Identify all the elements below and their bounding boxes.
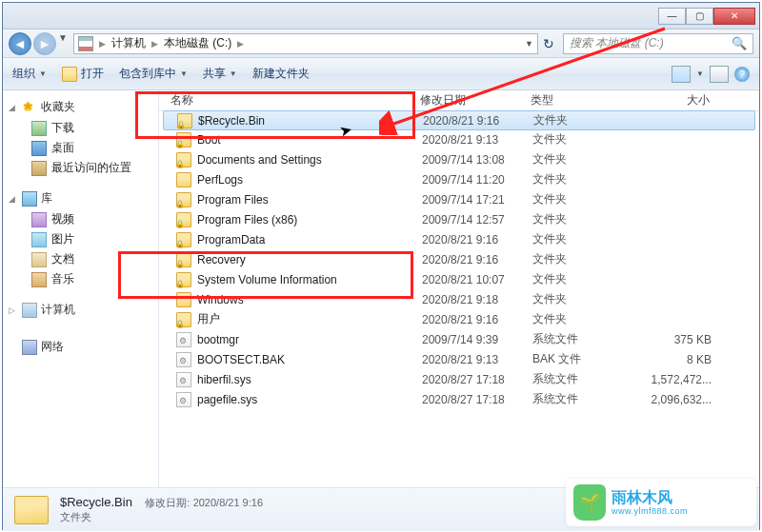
search-placeholder: 搜索 本地磁盘 (C:): [570, 35, 664, 51]
new-folder-button[interactable]: 新建文件夹: [252, 66, 310, 82]
file-name: ProgramData: [197, 233, 265, 246]
file-row[interactable]: ProgramData2020/8/21 9:16文件夹: [159, 229, 759, 249]
col-size[interactable]: 大小: [645, 92, 721, 108]
file-type: 文件夹: [532, 291, 647, 307]
file-list: 名称 修改日期 类型 大小 $Recycle.Bin2020/8/21 9:16…: [159, 90, 759, 487]
minimize-button[interactable]: —: [658, 8, 686, 25]
file-type: 文件夹: [532, 151, 647, 167]
file-type: 文件夹: [532, 211, 647, 227]
file-icon: [176, 392, 191, 407]
tree-computer[interactable]: ▷ 计算机: [5, 299, 156, 321]
file-row[interactable]: $Recycle.Bin2020/8/21 9:16文件夹: [163, 110, 755, 130]
tree-item-documents[interactable]: 文档: [3, 249, 158, 269]
video-icon: [31, 212, 47, 227]
refresh-button[interactable]: ↻: [538, 33, 559, 54]
file-row[interactable]: Recovery2020/8/21 9:16文件夹: [159, 249, 759, 269]
nav-tree: ◢ 收藏夹 下载 桌面 最近访问的位置 ◢ 库 视频 图片 文档 音乐: [3, 90, 159, 487]
file-row[interactable]: BOOTSECT.BAK2020/8/21 9:13BAK 文件8 KB: [159, 349, 759, 369]
file-name: Documents and Settings: [197, 153, 322, 167]
file-type: 文件夹: [532, 171, 647, 187]
col-date[interactable]: 修改日期: [420, 92, 531, 108]
file-row[interactable]: pagefile.sys2020/8/27 17:18系统文件2,096,632…: [159, 389, 759, 409]
search-icon: 🔍: [732, 36, 747, 50]
file-row[interactable]: 用户2020/8/21 9:16文件夹: [159, 309, 759, 329]
watermark: 🌱 雨林木风 www.ylmf888.com: [566, 479, 756, 526]
view-options-button[interactable]: [672, 66, 691, 83]
file-row[interactable]: PerfLogs2009/7/14 11:20文件夹: [159, 169, 759, 189]
open-button[interactable]: 打开: [62, 66, 104, 82]
file-row[interactable]: Windows2020/8/21 9:18文件夹: [159, 289, 759, 309]
file-type: 文件夹: [532, 271, 647, 287]
tree-item-recent[interactable]: 最近访问的位置: [3, 158, 158, 178]
titlebar: — ▢ ✕: [3, 3, 759, 30]
search-input[interactable]: 搜索 本地磁盘 (C:) 🔍: [563, 33, 753, 54]
include-menu[interactable]: 包含到库中 ▼: [119, 66, 188, 82]
collapse-icon: ◢: [9, 194, 18, 204]
history-dropdown[interactable]: ▼: [58, 32, 70, 55]
organize-menu[interactable]: 组织 ▼: [12, 66, 47, 82]
file-date: 2009/7/14 17:21: [422, 193, 532, 207]
file-row[interactable]: Documents and Settings2009/7/14 13:08文件夹: [159, 149, 759, 169]
forward-button[interactable]: ►: [33, 32, 56, 55]
file-date: 2009/7/14 12:57: [422, 213, 532, 227]
help-button[interactable]: ?: [734, 67, 750, 82]
folder-open-icon: [62, 67, 77, 82]
view-dropdown[interactable]: ▼: [696, 69, 704, 78]
back-button[interactable]: ◄: [9, 32, 31, 55]
status-name: $Recycle.Bin: [60, 495, 132, 509]
file-date: 2020/8/27 17:18: [422, 373, 532, 386]
file-date: 2009/7/14 9:39: [422, 333, 532, 346]
breadcrumb-dropdown[interactable]: ▼: [525, 39, 533, 49]
tree-item-pictures[interactable]: 图片: [3, 229, 158, 249]
library-icon: [22, 191, 37, 207]
file-row[interactable]: Boot2020/8/21 9:13文件夹: [159, 129, 759, 149]
file-type: 文件夹: [532, 251, 647, 267]
network-icon: [22, 340, 37, 355]
breadcrumb-item[interactable]: 计算机: [111, 35, 146, 51]
file-row[interactable]: Program Files2009/7/14 17:21文件夹: [159, 189, 759, 209]
folder-icon: [176, 252, 191, 267]
watermark-brand: 雨林木风: [612, 489, 688, 506]
share-menu[interactable]: 共享 ▼: [203, 66, 237, 82]
file-type: 系统文件: [532, 391, 647, 407]
breadcrumb[interactable]: ▶ 计算机 ▶ 本地磁盘 (C:) ▶ ▼: [73, 33, 538, 54]
folder-icon: [177, 113, 192, 128]
document-icon: [31, 252, 47, 267]
file-name: Recovery: [197, 253, 246, 266]
file-row[interactable]: hiberfil.sys2020/8/27 17:18系统文件1,572,472…: [159, 369, 759, 389]
maximize-button[interactable]: ▢: [686, 8, 713, 25]
preview-pane-button[interactable]: [710, 66, 729, 83]
file-size: 1,572,472...: [647, 373, 723, 386]
file-date: 2009/7/14 13:08: [422, 153, 532, 167]
file-date: 2020/8/21 9:16: [422, 233, 532, 246]
collapse-icon: ◢: [9, 103, 18, 112]
file-row[interactable]: bootmgr2009/7/14 9:39系统文件375 KB: [159, 329, 759, 349]
window-controls: — ▢ ✕: [658, 8, 755, 25]
navbar: ◄ ► ▼ ▶ 计算机 ▶ 本地磁盘 (C:) ▶ ▼ ↻ 搜索 本地磁盘 (C…: [3, 30, 759, 58]
file-row[interactable]: Program Files (x86)2009/7/14 12:57文件夹: [159, 209, 759, 229]
folder-icon: [176, 272, 191, 287]
col-type[interactable]: 类型: [531, 92, 645, 108]
file-size: 8 KB: [647, 353, 723, 366]
tree-favorites[interactable]: ◢ 收藏夹: [3, 96, 158, 118]
star-icon: [22, 100, 37, 115]
watermark-shield-icon: 🌱: [573, 484, 606, 521]
tree-network[interactable]: 网络: [3, 336, 158, 358]
file-name: pagefile.sys: [197, 393, 257, 406]
tree-item-videos[interactable]: 视频: [3, 209, 158, 229]
breadcrumb-item[interactable]: 本地磁盘 (C:): [164, 35, 231, 51]
tree-libraries[interactable]: ◢ 库: [3, 187, 158, 209]
file-type: 文件夹: [533, 112, 648, 128]
file-name: System Volume Information: [197, 273, 337, 286]
close-button[interactable]: ✕: [713, 8, 755, 25]
chevron-right-icon: ▶: [151, 39, 158, 49]
explorer-window: — ▢ ✕ ◄ ► ▼ ▶ 计算机 ▶ 本地磁盘 (C:) ▶ ▼ ↻ 搜索 本…: [2, 2, 760, 530]
tree-item-downloads[interactable]: 下载: [3, 118, 158, 138]
file-name: $Recycle.Bin: [198, 114, 265, 128]
tree-item-desktop[interactable]: 桌面: [3, 138, 158, 158]
file-name: hiberfil.sys: [197, 373, 251, 386]
file-name: BOOTSECT.BAK: [197, 353, 285, 366]
tree-item-music[interactable]: 音乐: [3, 269, 158, 289]
col-name[interactable]: 名称: [170, 92, 420, 108]
file-row[interactable]: System Volume Information2020/8/21 10:07…: [159, 269, 759, 289]
